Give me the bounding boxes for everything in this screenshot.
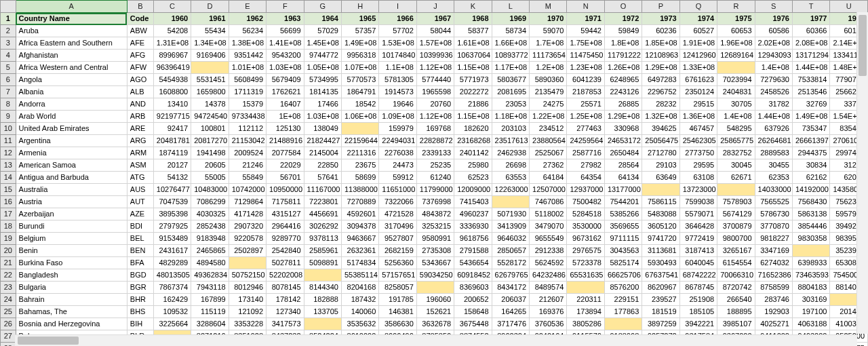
cell-value[interactable]: 3225664	[153, 318, 191, 330]
cell-value[interactable]: 26885	[604, 98, 642, 111]
cell-value[interactable]: 29103	[642, 159, 679, 172]
cell-value[interactable]: 1762621	[267, 86, 304, 98]
cell-value[interactable]	[717, 62, 755, 74]
cell-value[interactable]: 9711115	[604, 233, 642, 245]
cell-value[interactable]: 5803677	[492, 74, 529, 86]
cell-year-header[interactable]: 1967	[416, 13, 454, 25]
cell-value[interactable]	[416, 282, 454, 294]
cell-value[interactable]: 2513546	[792, 86, 829, 98]
cell-value[interactable]: 3770870	[755, 220, 792, 233]
cell-value[interactable]: 5071930	[492, 208, 529, 220]
cell-value[interactable]: 22494031	[379, 135, 416, 147]
cell-value[interactable]: 2.02E+08	[755, 37, 792, 50]
col-header-C[interactable]: C	[153, 1, 191, 13]
row-header[interactable]: 3	[1, 37, 16, 50]
cell-year-header[interactable]: 1977	[792, 13, 829, 25]
cell-value[interactable]: 7223801	[304, 196, 341, 208]
cell-value[interactable]: 229151	[604, 294, 642, 306]
cell-value[interactable]: 1874119	[153, 147, 191, 159]
cell-value[interactable]: 30834	[792, 159, 829, 172]
cell-value[interactable]: 2462938	[492, 147, 529, 159]
cell-value[interactable]: 24653172	[604, 135, 642, 147]
cell-value[interactable]: 30705	[717, 98, 755, 111]
cell-country-name[interactable]: Bulgaria	[16, 282, 127, 294]
cell-value[interactable]: 192903	[755, 306, 792, 318]
cell-value[interactable]: 4171428	[229, 208, 266, 220]
row-header[interactable]: 18	[1, 220, 16, 233]
cell-value[interactable]: 58377	[454, 25, 492, 37]
cell-value[interactable]: 23168268	[454, 135, 492, 147]
row-header[interactable]: 25	[1, 306, 16, 318]
cell-value[interactable]: 9463667	[341, 233, 378, 245]
cell-value[interactable]	[604, 318, 642, 330]
cell-value[interactable]: 140060	[341, 306, 378, 318]
cell-value[interactable]: 8434172	[492, 282, 529, 294]
cell-value[interactable]: 3586630	[379, 318, 416, 330]
cell-value[interactable]: 4592601	[341, 208, 378, 220]
cell-value[interactable]	[341, 123, 378, 135]
cell-country-name[interactable]: Albania	[16, 86, 127, 98]
cell-value[interactable]: 9618756	[454, 233, 492, 245]
cell-value[interactable]	[792, 245, 829, 257]
select-all-corner[interactable]	[1, 1, 16, 13]
cell-value[interactable]: 1.29E+08	[642, 62, 679, 74]
cell-year-header[interactable]: 1964	[304, 13, 341, 25]
cell-value[interactable]: 1659800	[191, 86, 229, 98]
cell-value[interactable]: 4030325	[191, 208, 229, 220]
cell-value[interactable]: 12108963	[642, 50, 679, 62]
cell-value[interactable]: 48013505	[153, 269, 191, 282]
cell-country-code[interactable]: AGO	[127, 74, 153, 86]
cell-value[interactable]: 1.15E+08	[454, 111, 492, 123]
cell-value[interactable]: 26661397	[792, 135, 829, 147]
cell-value[interactable]: 59849	[604, 25, 642, 37]
cell-value[interactable]: 28232	[642, 98, 679, 111]
cell-value[interactable]: 5256360	[379, 257, 416, 269]
cell-value[interactable]: 65531635	[567, 269, 604, 282]
cell-country-code[interactable]: ABW	[127, 25, 153, 37]
cell-value[interactable]: 1.32E+08	[642, 111, 679, 123]
cell-value[interactable]: 21246	[229, 159, 266, 172]
cell-value[interactable]: 3413909	[492, 220, 529, 233]
cell-value[interactable]: 3265167	[717, 245, 755, 257]
cell-country-name[interactable]: Angola	[16, 74, 127, 86]
cell-value[interactable]: 21824427	[304, 135, 341, 147]
cell-value[interactable]: 1.22E+08	[530, 111, 567, 123]
cell-country-name[interactable]: Africa Western and Central	[16, 62, 127, 74]
cell-value[interactable]: 9543200	[267, 50, 304, 62]
cell-value[interactable]: 181519	[642, 306, 679, 318]
cell-value[interactable]: 5579071	[679, 208, 717, 220]
cell-value[interactable]: 60366	[792, 25, 829, 37]
cell-year-header[interactable]: 1961	[191, 13, 229, 25]
cell-country-name[interactable]: American Samoa	[16, 159, 127, 172]
col-header-D[interactable]: D	[191, 1, 229, 13]
cell-value[interactable]: 3530000	[567, 220, 604, 233]
cell-value[interactable]: 9378113	[304, 233, 341, 245]
cell-value[interactable]: 62162	[792, 172, 829, 184]
cell-country-name[interactable]: Argentina	[16, 135, 127, 147]
cell-value[interactable]: 5771973	[454, 74, 492, 86]
cell-value[interactable]: 5385266	[604, 208, 642, 220]
row-header[interactable]: 12	[1, 147, 16, 159]
cell-value[interactable]: 266540	[717, 294, 755, 306]
cell-value[interactable]: 283746	[755, 294, 792, 306]
cell-country-name[interactable]: United Arab Emirates	[16, 123, 127, 135]
cell-value[interactable]: 1.41E+08	[267, 37, 304, 50]
cell-value[interactable]: 21488916	[267, 135, 304, 147]
cell-value[interactable]: 57157651	[379, 269, 416, 282]
cell-value[interactable]: 3535632	[341, 318, 378, 330]
col-header-L[interactable]: L	[492, 1, 529, 13]
cell-country-code[interactable]: ARM	[127, 147, 153, 159]
cell-value[interactable]: 9655549	[530, 233, 567, 245]
cell-value[interactable]: 5734995	[304, 74, 341, 86]
cell-value[interactable]: 5890360	[530, 74, 567, 86]
cell-value[interactable]: 188895	[717, 306, 755, 318]
row-header[interactable]: 13	[1, 159, 16, 172]
cell-value[interactable]: 2296752	[642, 86, 679, 98]
cell-country-name[interactable]: Australia	[16, 184, 127, 196]
cell-value[interactable]: 169768	[416, 123, 454, 135]
cell-value[interactable]: 6274032	[755, 257, 792, 269]
col-header-J[interactable]: J	[416, 1, 454, 13]
cell-value[interactable]: 2081695	[492, 86, 529, 98]
cell-value[interactable]: 1.53E+08	[379, 37, 416, 50]
cell-value[interactable]: 8144340	[304, 282, 341, 294]
